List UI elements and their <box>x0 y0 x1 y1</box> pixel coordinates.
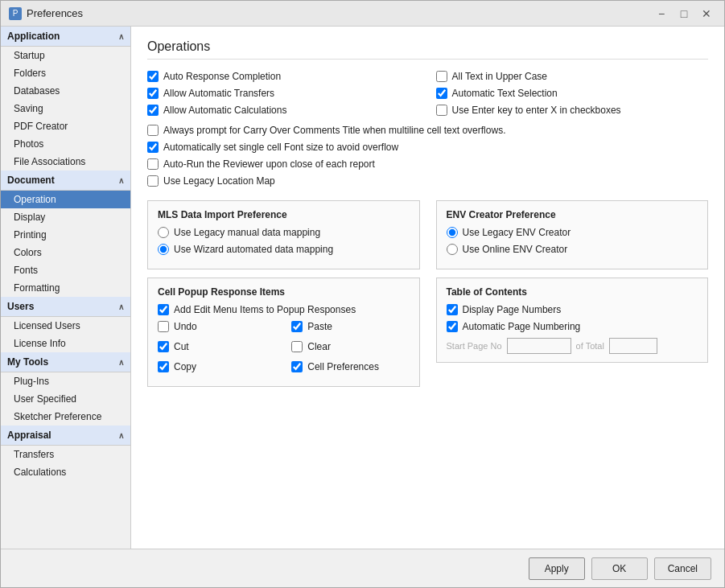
sidebar-item-user-specified[interactable]: User Specified <box>1 390 130 408</box>
checkbox-allow-transfers-input[interactable] <box>147 88 159 99</box>
radio-online-env-input[interactable] <box>447 244 458 255</box>
checkbox-auto-page-numbering: Automatic Page Numbering <box>447 321 698 332</box>
checkbox-copy-input[interactable] <box>158 361 169 372</box>
checkbox-cut-input[interactable] <box>158 341 169 352</box>
of-total-label: of Total <box>576 341 604 351</box>
sidebar-item-license-info[interactable]: License Info <box>1 335 130 352</box>
checkbox-auto-run-reviewer: Auto-Run the Reviewer upon close of each… <box>147 158 708 170</box>
checkbox-all-text-upper-input[interactable] <box>436 71 447 82</box>
radio-legacy-env-label: Use Legacy ENV Creator <box>463 227 571 238</box>
checkbox-auto-text-selection-label: Automatic Text Selection <box>452 88 558 99</box>
checkbox-add-edit-menu: Add Edit Menu Items to Popup Responses <box>158 304 410 315</box>
sidebar-item-sketcher-preference[interactable]: Sketcher Preference <box>1 408 130 426</box>
sidebar-item-colors[interactable]: Colors <box>1 244 130 261</box>
checkbox-allow-calculations-label: Allow Automatic Calculations <box>163 105 286 116</box>
checkbox-auto-page-numbering-label: Automatic Page Numbering <box>463 321 581 332</box>
close-button[interactable]: ✕ <box>697 6 716 22</box>
radio-legacy-manual: Use Legacy manual data mapping <box>158 227 410 238</box>
sidebar-item-calculations[interactable]: Calculations <box>1 463 130 481</box>
title-controls: − □ ✕ <box>652 6 716 22</box>
sidebar-item-startup[interactable]: Startup <box>1 47 130 64</box>
sidebar-item-pdf-creator[interactable]: PDF Creator <box>1 117 130 135</box>
sidebar-item-transfers[interactable]: Transfers <box>1 446 130 463</box>
sidebar-item-licensed-users[interactable]: Licensed Users <box>1 317 130 335</box>
sidebar-section-application[interactable]: Application∧ <box>1 27 130 47</box>
checkbox-auto-page-numbering-input[interactable] <box>447 321 458 332</box>
sidebar-item-plug-ins[interactable]: Plug-Ins <box>1 372 130 390</box>
checkbox-auto-text-selection-input[interactable] <box>436 88 447 99</box>
radio-online-env: Use Online ENV Creator <box>447 244 698 255</box>
checkbox-carry-over-input[interactable] <box>147 125 159 136</box>
start-page-input[interactable] <box>507 338 571 354</box>
radio-legacy-manual-label: Use Legacy manual data mapping <box>174 227 320 238</box>
cancel-button[interactable]: Cancel <box>654 557 711 580</box>
of-total-input[interactable] <box>609 338 657 354</box>
checkbox-copy-label: Copy <box>174 361 196 372</box>
sidebar-section-document[interactable]: Document∧ <box>1 171 130 191</box>
checkbox-display-page-numbers-input[interactable] <box>447 304 458 315</box>
checkbox-enter-key-input[interactable] <box>436 105 447 116</box>
sidebar: Application∧StartupFoldersDatabasesSavin… <box>1 27 131 549</box>
radio-wizard-auto: Use Wizard automated data mapping <box>158 244 410 255</box>
checkbox-auto-font-size-label: Automatically set single cell Font size … <box>163 142 398 153</box>
start-page-label: Start Page No <box>447 341 502 351</box>
checkbox-cut-label: Cut <box>174 341 189 352</box>
sidebar-section-appraisal[interactable]: Appraisal∧ <box>1 426 130 446</box>
checkbox-auto-run-reviewer-input[interactable] <box>147 158 159 170</box>
env-title: ENV Creator Preference <box>447 209 698 220</box>
checkbox-cell-prefs-input[interactable] <box>291 361 303 372</box>
left-checkboxes: Auto Response Completion Allow Automatic… <box>147 71 420 121</box>
checkbox-allow-transfers: Allow Automatic Transfers <box>147 88 420 99</box>
checkbox-paste: Paste <box>291 321 409 332</box>
radio-wizard-auto-input[interactable] <box>158 244 169 255</box>
checkbox-auto-text-selection: Automatic Text Selection <box>436 88 709 99</box>
checkbox-auto-font-size: Automatically set single cell Font size … <box>147 142 708 153</box>
checkbox-cut: Cut <box>158 341 275 352</box>
sidebar-item-formatting[interactable]: Formatting <box>1 279 130 297</box>
sidebar-item-photos[interactable]: Photos <box>1 135 130 153</box>
sidebar-item-file-associations[interactable]: File Associations <box>1 153 130 171</box>
maximize-button[interactable]: □ <box>674 6 694 22</box>
radio-legacy-env-input[interactable] <box>447 227 458 238</box>
checkbox-allow-calculations-input[interactable] <box>147 105 159 116</box>
checkbox-clear-input[interactable] <box>291 341 303 352</box>
radio-legacy-env: Use Legacy ENV Creator <box>447 227 698 238</box>
sidebar-section-users[interactable]: Users∧ <box>1 297 130 317</box>
checkbox-undo-label: Undo <box>174 321 197 332</box>
sidebar-item-saving[interactable]: Saving <box>1 100 130 117</box>
checkbox-allow-transfers-label: Allow Automatic Transfers <box>163 88 274 99</box>
lower-sections: MLS Data Import Preference Use Legacy ma… <box>147 192 708 387</box>
checkbox-allow-calculations: Allow Automatic Calculations <box>147 105 420 116</box>
sidebar-item-display[interactable]: Display <box>1 208 130 226</box>
ok-button[interactable]: OK <box>591 557 648 580</box>
checkbox-all-text-upper-label: All Text in Upper Case <box>452 71 548 82</box>
minimize-button[interactable]: − <box>652 6 671 22</box>
sidebar-item-printing[interactable]: Printing <box>1 226 130 244</box>
checkbox-all-text-upper: All Text in Upper Case <box>436 71 709 82</box>
checkbox-auto-response-input[interactable] <box>147 71 159 82</box>
sidebar-item-fonts[interactable]: Fonts <box>1 261 130 279</box>
apply-button[interactable]: Apply <box>529 557 585 580</box>
sidebar-item-databases[interactable]: Databases <box>1 82 130 100</box>
sidebar-item-folders[interactable]: Folders <box>1 64 130 82</box>
checkbox-enter-key-label: Use Enter key to enter X in checkboxes <box>452 105 621 116</box>
app-icon: P <box>9 7 22 20</box>
sidebar-item-operation[interactable]: Operation <box>1 191 130 208</box>
checkbox-carry-over-label: Always prompt for Carry Over Comments Ti… <box>163 125 505 136</box>
chevron-icon: ∧ <box>118 176 124 185</box>
checkbox-cell-prefs: Cell Preferences <box>291 361 409 372</box>
left-lower: MLS Data Import Preference Use Legacy ma… <box>147 192 420 387</box>
checkbox-legacy-location-input[interactable] <box>147 175 159 187</box>
checkbox-carry-over: Always prompt for Carry Over Comments Ti… <box>147 125 708 136</box>
checkbox-auto-font-size-input[interactable] <box>147 142 159 153</box>
checkbox-undo-input[interactable] <box>158 321 169 332</box>
sidebar-section-my-tools[interactable]: My Tools∧ <box>1 352 130 372</box>
radio-legacy-manual-input[interactable] <box>158 227 169 238</box>
chevron-icon: ∧ <box>118 32 124 41</box>
main-content: Operations Auto Response Completion Allo… <box>131 27 724 549</box>
env-section: ENV Creator Preference Use Legacy ENV Cr… <box>436 200 709 269</box>
checkbox-paste-input[interactable] <box>291 321 303 332</box>
right-lower: ENV Creator Preference Use Legacy ENV Cr… <box>436 192 709 387</box>
checkbox-undo: Undo <box>158 321 275 332</box>
checkbox-add-edit-menu-input[interactable] <box>158 304 169 315</box>
